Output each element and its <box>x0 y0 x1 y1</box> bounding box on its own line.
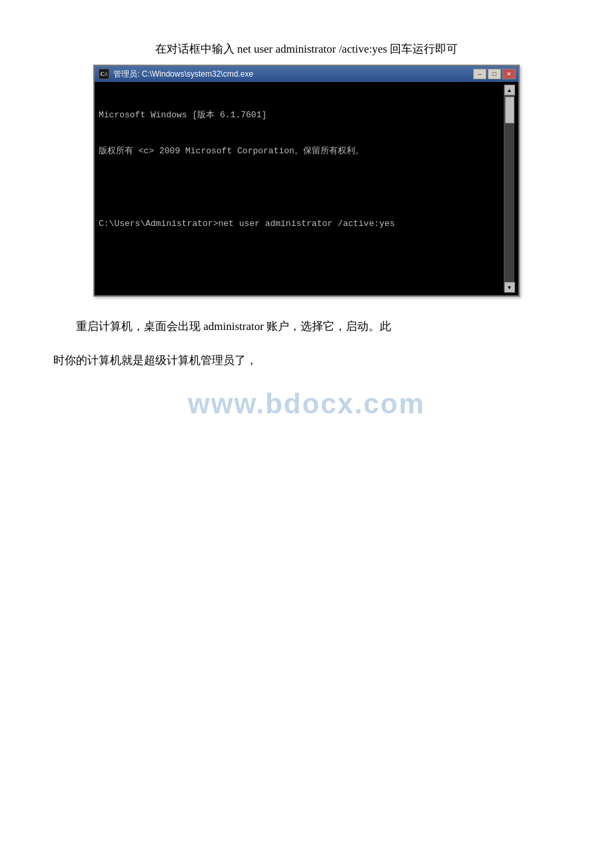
cmd-titlebar: C:\ 管理员: C:\Windows\system32\cmd.exe – □… <box>95 66 518 82</box>
description-text-span2: 时你的计算机就是超级计算机管理员了， <box>53 354 257 367</box>
cmd-line2: 版权所有 <c> 2009 Microsoft Corporation。保留所有… <box>99 145 504 157</box>
scrollbar-down-arrow[interactable]: ▼ <box>504 282 515 293</box>
description-text-2: 时你的计算机就是超级计算机管理员了， <box>53 351 560 371</box>
restore-button[interactable]: □ <box>488 69 501 79</box>
titlebar-left: C:\ 管理员: C:\Windows\system32\cmd.exe <box>99 69 253 80</box>
close-button[interactable]: ✕ <box>502 69 516 79</box>
watermark-container: www.bdocx.com <box>53 384 560 424</box>
titlebar-buttons: – □ ✕ <box>473 69 516 79</box>
cmd-line1: Microsoft Windows [版本 6.1.7601] <box>99 109 504 121</box>
scrollbar-up-arrow[interactable]: ▲ <box>504 85 515 95</box>
cmd-line3 <box>99 182 504 194</box>
minimize-button[interactable]: – <box>473 69 486 79</box>
scrollbar-thumb[interactable] <box>505 97 514 123</box>
instruction-text: 在对话框中输入 net user administrator /active:y… <box>53 40 560 58</box>
description-block: 重启计算机，桌面会出现 administrator 账户，选择它，启动。此 时你… <box>53 317 560 371</box>
scrollbar-track <box>504 95 514 282</box>
description-text-1: 重启计算机，桌面会出现 administrator 账户，选择它，启动。此 <box>53 317 560 337</box>
cmd-prompt-line: C:\Users\Administrator>net user administ… <box>99 218 504 230</box>
cmd-body: Microsoft Windows [版本 6.1.7601] 版权所有 <c>… <box>95 82 518 295</box>
cmd-main-content: Microsoft Windows [版本 6.1.7601] 版权所有 <c>… <box>99 85 504 293</box>
cmd-app-icon: C:\ <box>99 69 109 79</box>
cmd-text-content: Microsoft Windows [版本 6.1.7601] 版权所有 <c>… <box>99 85 504 255</box>
page-content: 在对话框中输入 net user administrator /active:y… <box>0 0 613 451</box>
description-text-span1: 重启计算机，桌面会出现 administrator 账户，选择它，启动。此 <box>76 320 391 333</box>
cmd-title-text: 管理员: C:\Windows\system32\cmd.exe <box>113 69 253 80</box>
watermark-text: www.bdocx.com <box>188 388 425 420</box>
cmd-window: C:\ 管理员: C:\Windows\system32\cmd.exe – □… <box>93 65 520 297</box>
cmd-scrollbar: ▲ ▼ <box>504 85 514 293</box>
